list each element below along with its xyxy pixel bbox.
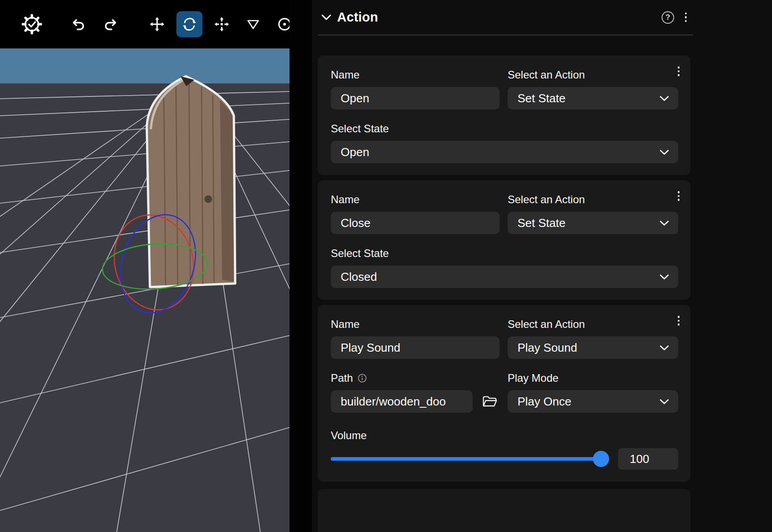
move-tool-icon	[149, 16, 165, 32]
card-menu-icon[interactable]	[674, 65, 683, 78]
collapse-chevron-icon[interactable]	[321, 14, 332, 21]
action-type-select[interactable]: Set State	[508, 87, 678, 109]
state-select[interactable]: Closed	[331, 266, 678, 288]
state-label: Select State	[331, 248, 678, 259]
browse-folder-button[interactable]	[480, 390, 500, 413]
play-mode-label: Play Mode	[508, 372, 678, 384]
info-icon[interactable]	[357, 373, 367, 383]
rotate-tool-button[interactable]	[176, 11, 202, 37]
settings-button[interactable]	[19, 11, 45, 37]
chevron-down-icon	[659, 149, 669, 155]
redo-button[interactable]	[97, 11, 123, 37]
action-name-input[interactable]	[331, 336, 500, 359]
action-card-close: Name Select an Action Set State Select S…	[318, 180, 690, 300]
panel-header: Action ?	[318, 0, 693, 35]
3d-viewport[interactable]	[0, 0, 290, 532]
chevron-down-icon	[659, 274, 669, 280]
scale-tool-icon	[214, 16, 230, 32]
folder-icon	[482, 394, 498, 409]
sky	[0, 48, 290, 83]
card-menu-icon[interactable]	[674, 189, 683, 203]
scale-tool-button[interactable]	[209, 11, 235, 37]
name-label: Name	[331, 69, 500, 81]
action-name-input[interactable]	[331, 212, 500, 234]
state-label: Select State	[331, 123, 678, 135]
volume-value-box[interactable]: 100	[618, 448, 678, 470]
card-menu-icon[interactable]	[674, 314, 683, 327]
play-mode-select[interactable]: Play Once	[508, 390, 678, 413]
sound-path-input[interactable]	[331, 390, 473, 413]
gear-badge-icon	[22, 14, 42, 35]
panel-title: Action	[337, 10, 378, 25]
redo-arrow-icon	[103, 17, 118, 32]
action-type-select[interactable]: Set State	[508, 212, 678, 234]
help-icon[interactable]: ?	[662, 11, 674, 24]
panel-divider-gap	[290, 0, 312, 532]
volume-slider[interactable]	[331, 448, 609, 470]
wooden-door-object[interactable]	[147, 76, 235, 287]
volume-slider-fill	[331, 457, 609, 461]
action-label: Select an Action	[508, 194, 678, 205]
chevron-down-icon	[659, 399, 669, 405]
chevron-down-icon	[659, 96, 669, 101]
action-card-play-sound: Name Select an Action Play Sound Path	[318, 305, 690, 482]
undo-button[interactable]	[66, 11, 92, 37]
next-card-partial	[318, 489, 690, 532]
path-label: Path	[331, 372, 353, 384]
panel-menu-icon[interactable]	[681, 11, 690, 24]
triangle-down-icon	[246, 17, 261, 32]
action-type-select[interactable]: Play Sound	[508, 336, 678, 359]
clipped-tool-button[interactable]	[270, 11, 290, 37]
viewport-toolbar	[0, 0, 290, 48]
volume-label: Volume	[331, 430, 678, 441]
undo-arrow-icon	[71, 17, 86, 32]
state-select[interactable]: Open	[331, 141, 678, 163]
action-label: Select an Action	[508, 318, 678, 330]
action-name-input[interactable]	[331, 87, 500, 109]
rotate-tool-icon	[181, 16, 197, 32]
app: Action ? Name Select an Action Set State	[0, 0, 772, 532]
move-tool-button[interactable]	[144, 11, 170, 37]
chevron-down-icon	[659, 220, 669, 226]
action-panel: Action ? Name Select an Action Set State	[312, 0, 772, 532]
clipped-tool-icon	[275, 16, 290, 32]
selection-dropdown-button[interactable]	[240, 11, 266, 37]
chevron-down-icon	[659, 345, 669, 351]
action-label: Select an Action	[508, 69, 678, 81]
name-label: Name	[331, 194, 500, 205]
name-label: Name	[331, 318, 500, 330]
volume-slider-thumb[interactable]	[593, 451, 609, 467]
action-card-open: Name Select an Action Set State Select S…	[318, 56, 690, 175]
viewport-scene[interactable]	[0, 48, 290, 532]
door-knob	[205, 196, 212, 203]
